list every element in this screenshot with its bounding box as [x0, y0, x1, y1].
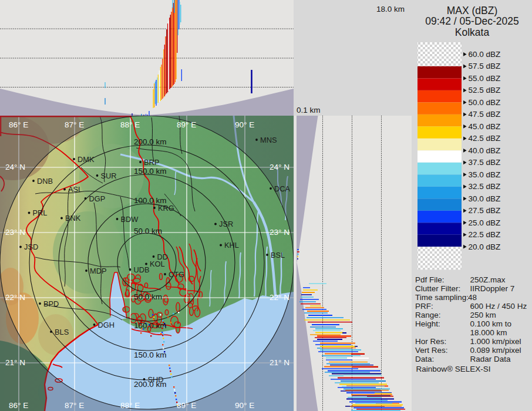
svg-text:86° E: 86° E	[9, 401, 28, 410]
svg-text:Range:: Range:	[415, 311, 441, 319]
svg-text:0.089 km/pixel: 0.089 km/pixel	[470, 346, 521, 355]
svg-text:250Z.max: 250Z.max	[470, 275, 506, 284]
svg-text:88° E: 88° E	[120, 120, 140, 129]
svg-text:35.0 dBZ: 35.0 dBZ	[469, 170, 501, 179]
svg-text:20.0 dBZ: 20.0 dBZ	[469, 242, 501, 251]
svg-text:BNK: BNK	[65, 214, 81, 223]
svg-text:90° E: 90° E	[235, 120, 254, 129]
svg-text:89° E: 89° E	[177, 401, 196, 410]
svg-text:DGH: DGH	[98, 321, 115, 329]
svg-text:50.0 km: 50.0 km	[134, 227, 162, 235]
svg-text:PRF:: PRF:	[415, 302, 433, 311]
svg-text:MDP: MDP	[90, 267, 106, 275]
svg-text:BLS: BLS	[55, 328, 69, 336]
svg-text:87° E: 87° E	[65, 120, 84, 129]
svg-text:200.0 km: 200.0 km	[134, 137, 167, 146]
svg-text:BRP: BRP	[144, 158, 159, 167]
svg-text:52.5 dBZ: 52.5 dBZ	[469, 86, 501, 95]
svg-text:DNB: DNB	[37, 177, 53, 186]
svg-text:88° E: 88° E	[120, 401, 140, 410]
svg-text:21° N: 21° N	[270, 358, 289, 367]
svg-text:57.5 dBZ: 57.5 dBZ	[469, 62, 501, 70]
svg-text:CTG: CTG	[169, 270, 184, 279]
svg-text:48: 48	[468, 293, 477, 302]
svg-text:SUR: SUR	[101, 171, 117, 180]
svg-text:250 km: 250 km	[470, 311, 496, 319]
svg-text:DCA: DCA	[274, 184, 290, 193]
svg-text:DGP: DGP	[89, 194, 106, 203]
svg-text:86° E: 86° E	[9, 120, 28, 129]
svg-text:600 Hz / 450 Hz: 600 Hz / 450 Hz	[470, 302, 527, 311]
svg-text:18.0 km: 18.0 km	[376, 5, 405, 14]
svg-text:IIRDoppler 7: IIRDoppler 7	[470, 284, 515, 293]
svg-text:Data:: Data:	[415, 355, 434, 363]
svg-text:1.000 km/pixel: 1.000 km/pixel	[470, 337, 521, 346]
svg-text:55.0 dBZ: 55.0 dBZ	[469, 74, 501, 83]
svg-text:87° E: 87° E	[65, 401, 84, 410]
svg-text:KOL: KOL	[150, 260, 165, 268]
svg-text:Pdf File:: Pdf File:	[415, 275, 445, 284]
svg-text:ASL: ASL	[68, 185, 82, 194]
svg-text:BPD: BPD	[43, 299, 59, 308]
svg-text:47.5 dBZ: 47.5 dBZ	[469, 110, 501, 119]
svg-text:Radar Data: Radar Data	[470, 355, 511, 363]
svg-text:27.5 dBZ: 27.5 dBZ	[469, 206, 501, 215]
svg-text:BDW: BDW	[121, 215, 139, 224]
svg-text:37.5 dBZ: 37.5 dBZ	[469, 158, 501, 167]
svg-text:KHL: KHL	[224, 241, 239, 250]
svg-text:Hor Res:: Hor Res:	[415, 337, 446, 346]
svg-text:Kolkata: Kolkata	[455, 26, 490, 38]
svg-text:Height:: Height:	[415, 319, 440, 328]
svg-text:Vert Res:: Vert Res:	[415, 346, 448, 355]
svg-text:BSL: BSL	[271, 251, 285, 260]
svg-text:JSR: JSR	[219, 220, 233, 228]
svg-text:89° E: 89° E	[177, 120, 196, 129]
svg-text:23° N: 23° N	[270, 228, 289, 237]
svg-text:24° N: 24° N	[5, 163, 25, 171]
svg-text:32.5 dBZ: 32.5 dBZ	[469, 182, 501, 191]
svg-text:25.0 dBZ: 25.0 dBZ	[469, 218, 501, 227]
svg-text:40.0 dBZ: 40.0 dBZ	[469, 146, 501, 155]
svg-text:18.000 km: 18.000 km	[470, 328, 507, 337]
svg-text:KRG: KRG	[158, 204, 174, 213]
svg-text:50.0 dBZ: 50.0 dBZ	[469, 98, 501, 107]
svg-text:22° N: 22° N	[270, 293, 289, 302]
svg-text:150.0 km: 150.0 km	[134, 167, 167, 176]
svg-text:100.0 km: 100.0 km	[134, 321, 167, 330]
svg-text:JSD: JSD	[24, 242, 38, 251]
svg-text:21° N: 21° N	[5, 358, 25, 367]
svg-text:30.0 dBZ: 30.0 dBZ	[469, 194, 501, 203]
svg-text:SHD: SHD	[148, 375, 164, 384]
svg-text:24° N: 24° N	[270, 163, 289, 171]
svg-text:150.0 km: 150.0 km	[134, 351, 167, 359]
svg-text:Rainbow® SELEX-SI: Rainbow® SELEX-SI	[416, 365, 491, 373]
svg-text:Time sampling:: Time sampling:	[415, 293, 469, 302]
svg-text:50.0 km: 50.0 km	[134, 292, 162, 301]
svg-text:0.1 km: 0.1 km	[297, 106, 321, 114]
svg-text:DMK: DMK	[78, 155, 95, 164]
svg-text:PRL: PRL	[33, 208, 48, 217]
svg-text:Clutter Filter:: Clutter Filter:	[415, 284, 460, 293]
svg-text:MNS: MNS	[260, 136, 277, 144]
svg-text:22° N: 22° N	[5, 293, 25, 302]
svg-text:90° E: 90° E	[235, 401, 254, 410]
svg-text:22.5 dBZ: 22.5 dBZ	[469, 230, 501, 239]
svg-text:MAX (dBZ): MAX (dBZ)	[447, 5, 498, 16]
svg-text:45.0 dBZ: 45.0 dBZ	[469, 122, 501, 131]
svg-text:42.5 dBZ: 42.5 dBZ	[469, 134, 501, 143]
svg-text:09:42 / 05-Dec-2025: 09:42 / 05-Dec-2025	[425, 15, 519, 27]
svg-text:UDB: UDB	[134, 265, 150, 274]
svg-text:60.0 dBZ: 60.0 dBZ	[469, 50, 501, 59]
svg-text:0.100 km to: 0.100 km to	[470, 319, 512, 328]
svg-text:23° N: 23° N	[5, 228, 25, 237]
